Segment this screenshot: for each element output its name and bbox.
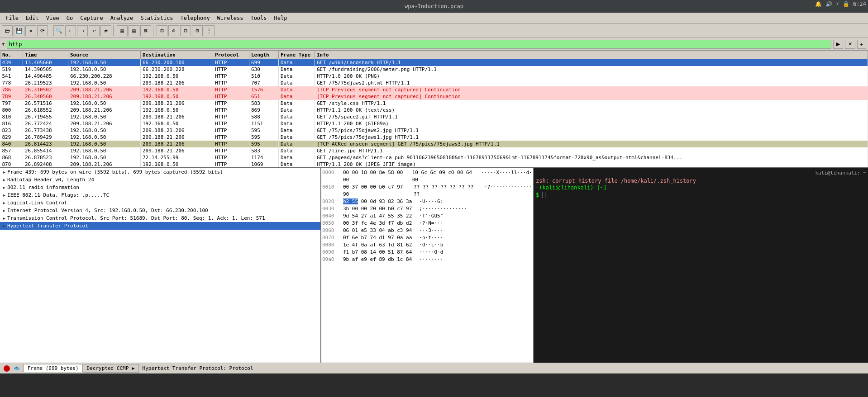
detail-item-6[interactable]: ▶Transmission Control Protocol, Src Port… [0,214,320,222]
menu-item-view[interactable]: View [43,14,63,22]
packet-cell-3: 209.188.21.206 [141,100,213,107]
toolbar-button-1[interactable]: 💾 [14,25,24,36]
packet-cell-3: 66.230.200.100 [141,59,213,66]
table-row[interactable]: 84026.814423192.168.0.50209.188.21.206HT… [0,141,868,147]
packet-cell-5: 595 [249,141,279,147]
detail-expand-arrow[interactable]: ▶ [3,200,5,205]
toolbar-button-15[interactable]: ⊡ [192,25,203,36]
table-row[interactable]: 82326.773438192.168.0.50209.188.21.206HT… [0,127,868,134]
menu-item-help[interactable]: Help [271,14,291,22]
packet-cell-1: 26.892408 [23,161,68,168]
col-proto: Protocol [213,51,249,59]
detail-item-2[interactable]: ▶802.11 radio information [0,184,320,191]
packet-cell-0: 840 [0,141,23,147]
packet-cell-2: 192.168.0.50 [68,154,141,161]
detail-item-5[interactable]: ▶Internet Protocol Version 4, Src: 192.1… [0,207,320,214]
toolbar-button-13[interactable]: ⊕ [168,25,179,36]
table-row[interactable]: 79726.571516192.168.0.50209.188.21.206HT… [0,100,868,107]
menu-item-wireless[interactable]: Wireless [214,14,247,22]
detail-item-3[interactable]: ▶IEEE 802.11 Data, Flags: .p.....TC [0,191,320,199]
toolbar-button-2[interactable]: ✕ [25,25,36,36]
packet-cell-4: HTTP [213,59,249,66]
menu-item-file[interactable]: File [2,14,22,22]
terminal-pane[interactable]: kali@lihankali: ~ zsh: corrupt history f… [534,168,868,363]
packet-cell-2: 192.168.0.50 [68,113,141,120]
toolbar-button-9[interactable]: ▤ [117,25,128,36]
clock: 6:24 [853,1,866,7]
hex-row-8: 00801e 4f 0a af 63 fd 81 62·O··c··b [322,241,532,249]
col-no: No. [0,51,23,59]
toolbar-button-10[interactable]: ▤ [129,25,139,36]
filter-save-button[interactable]: + [857,40,866,49]
detail-expand-arrow[interactable]: ▶ [3,208,5,213]
packet-cell-5: 869 [249,107,279,113]
table-row[interactable]: 78626.310502209.188.21.206192.168.0.50HT… [0,86,868,93]
detail-expand-arrow[interactable]: ▶ [3,216,5,221]
toolbar-button-0[interactable]: 🗁 [2,25,13,36]
table-row[interactable]: 85726.855414192.168.0.50209.188.21.206HT… [0,147,868,154]
table-row[interactable]: 82926.789429192.168.0.50209.188.21.206HT… [0,134,868,141]
detail-item-0[interactable]: ▶Frame 439: 699 bytes on wire (5592 bits… [0,168,320,176]
table-row[interactable]: 51914.390505192.168.0.5066.230.200.228HT… [0,66,868,73]
packet-cell-3: 209.188.21.206 [141,141,213,147]
toolbar-button-11[interactable]: ⊠ [140,25,151,36]
menu-item-analyze[interactable]: Analyze [107,14,137,22]
detail-item-4[interactable]: ▶Logical-Link Control [0,199,320,207]
hex-bytes2: ?? ?? ?? ?? ?? ?? ?? ?? [414,184,481,198]
terminal-cursor: █ [542,192,545,198]
menu-item-tools[interactable]: Tools [247,14,270,22]
table-row[interactable]: 54114.49648566.230.200.228192.168.0.50HT… [0,73,868,80]
detail-expand-arrow[interactable]: ▶ [3,185,5,190]
detail-item-7[interactable]: ▶Hypertext Transfer Protocol [0,222,320,230]
filter-input[interactable] [7,40,831,49]
toolbar-button-4[interactable]: 🔍 [53,25,64,36]
packet-cell-2: 209.188.21.206 [68,86,141,93]
detail-item-1[interactable]: ▶Radiotap Header v0, Length 24 [0,176,320,184]
detail-expand-arrow[interactable]: ▶ [3,193,5,198]
packet-cell-0: 439 [0,59,23,66]
toolbar-button-14[interactable]: ⊟ [180,25,191,36]
packet-cell-6: Data [279,100,315,107]
toolbar-button-5[interactable]: ← [65,25,76,36]
toolbar-button-6[interactable]: → [77,25,88,36]
packet-cell-0: 519 [0,66,23,73]
menu-item-capture[interactable]: Capture [76,14,107,22]
hex-ascii: ···3···· [419,227,443,234]
packet-cell-1: 26.878523 [23,154,68,161]
toolbar-button-16[interactable]: ⋮ [204,25,215,36]
table-row[interactable]: 86826.878523192.168.0.5072.14.255.99HTTP… [0,154,868,161]
packet-cell-4: HTTP [213,127,249,134]
detail-expand-arrow[interactable]: ▶ [3,177,5,182]
table-row[interactable]: 87026.892408209.188.21.206192.168.0.50HT… [0,161,868,168]
toolbar-button-8[interactable]: ⇄ [100,25,111,36]
menu-item-telephony[interactable]: Telephony [177,14,214,22]
packet-cell-6: Data [279,107,315,113]
menu-item-statistics[interactable]: Statistics [137,14,176,22]
hex-ascii: ·7·············· [484,184,532,198]
packet-cell-3: 192.168.0.50 [141,120,213,127]
detail-expand-arrow[interactable]: ▶ [3,170,5,175]
detail-items: ▶Frame 439: 699 bytes on wire (5592 bits… [0,168,320,230]
table-row[interactable]: 81026.719455192.168.0.50209.188.21.206HT… [0,113,868,120]
detail-expand-arrow[interactable]: ▶ [3,223,5,228]
filter-clear-button[interactable]: ✕ [845,40,855,49]
status-tab-0[interactable]: Frame (699 bytes) [24,364,83,372]
terminal-line-0: zsh: corrupt history file /home/kali/.zs… [536,178,866,184]
hex-offset: 0030 [322,205,339,213]
table-row[interactable]: 80026.618552209.188.21.206192.168.0.50HT… [0,107,868,113]
table-row[interactable]: 78926.340560209.188.21.206192.168.0.50HT… [0,93,868,100]
table-row[interactable]: 77826.219523192.168.0.50209.188.21.206HT… [0,80,868,86]
status-tab-1[interactable]: Decrypted CCMP ▶ [83,364,139,373]
filter-apply-button[interactable]: ▶ [833,40,843,49]
col-info: Info [315,51,868,59]
toolbar-button-7[interactable]: ↩ [89,25,100,36]
toolbar-button-3[interactable]: ⟳ [37,25,48,36]
table-row[interactable]: 43913.405660192.168.0.5066.230.200.100HT… [0,59,868,66]
toolbar-button-12[interactable]: ⊞ [157,25,167,36]
table-row[interactable]: 81626.772424209.188.21.206192.168.0.50HT… [0,120,868,127]
packet-cell-7: GET /wiki/Landshark HTTP/1.1 [315,59,868,66]
col-dst: Destination [141,51,213,59]
menu-item-edit[interactable]: Edit [22,14,43,22]
packet-cell-0: 829 [0,134,23,141]
menu-item-go[interactable]: Go [63,14,76,22]
